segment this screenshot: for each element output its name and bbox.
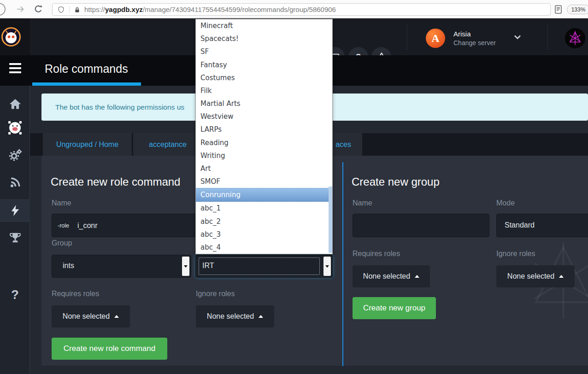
server-avatar: A	[426, 29, 445, 48]
chevron-down-icon	[514, 35, 521, 40]
app-logo-block[interactable]	[0, 18, 30, 55]
dropdown-option[interactable]: abc_2	[196, 215, 332, 228]
sidebar-item-core-settings[interactable]	[0, 144, 30, 166]
url-text: https://yagpdb.xyz/manage/74309411755445…	[84, 6, 336, 13]
home-icon	[9, 98, 22, 110]
dropdown-option[interactable]: Writing	[196, 149, 332, 162]
reload-button[interactable]	[33, 4, 43, 16]
tracking-shield-icon	[57, 6, 65, 14]
star-avatar-icon	[568, 31, 582, 46]
sidebar-item-tools-active[interactable]	[0, 199, 30, 222]
sidebar: ?	[0, 86, 30, 374]
tab-label: Ungrouped / Home	[56, 140, 118, 148]
name-label: Name	[52, 199, 71, 207]
sidebar-item-premium[interactable]	[0, 227, 30, 249]
url-domain: yagpdb.xyz	[105, 6, 143, 13]
server-switcher[interactable]: A Arisia Change server	[417, 18, 541, 55]
sidebar-item-help[interactable]: ?	[0, 284, 30, 306]
none-selected-label: None selected	[63, 312, 110, 321]
back-button[interactable]	[0, 3, 6, 16]
reader-mode-icon	[555, 5, 562, 14]
group-ignore-roles-label: Ignore roles	[496, 250, 535, 258]
requires-roles-dropdown[interactable]: None selected	[52, 305, 130, 327]
lightning-bolt-icon	[9, 204, 21, 217]
dropdown-option[interactable]: Martial Arts	[196, 97, 332, 110]
group-name-label: Name	[353, 199, 372, 207]
panel-divider	[342, 162, 343, 366]
ignore-roles-label: Ignore roles	[196, 290, 235, 298]
none-selected-label: None selected	[363, 272, 410, 280]
dropdown-option[interactable]: abc_4	[196, 241, 332, 254]
dropdown-option-selected[interactable]: Conrunning	[196, 188, 332, 202]
user-avatar[interactable]	[565, 28, 585, 48]
group-select[interactable]: ints	[52, 255, 191, 278]
dropdown-option[interactable]: Art	[196, 162, 332, 175]
browser-chrome: https://yagpdb.xyz/manage/74309411755445…	[0, 0, 588, 18]
lock-icon	[74, 6, 81, 13]
create-role-command-button[interactable]: Create new role command	[52, 338, 167, 360]
zoom-level-badge[interactable]: 133%	[567, 5, 588, 14]
sidebar-item-yagpdb[interactable]	[0, 117, 30, 139]
create-role-command-heading: Create new role command	[51, 175, 180, 188]
select-arrow	[182, 257, 189, 276]
alert-text: The bot has the following permissions us	[55, 103, 184, 111]
select-arrow	[323, 257, 331, 276]
server-avatar-letter: A	[431, 32, 439, 45]
group-select-2-value: IRT	[202, 262, 214, 270]
mode-label: Mode	[496, 199, 515, 207]
name-prefix: -role	[52, 222, 69, 229]
caret-up-icon	[259, 315, 263, 318]
tab-label: acceptance	[149, 140, 187, 148]
group-requires-roles-label: Requires roles	[353, 250, 400, 258]
tab-acceptance[interactable]: acceptance	[133, 133, 202, 156]
dropdown-option[interactable]: SMOF	[196, 175, 332, 188]
navbar-separator	[407, 24, 407, 50]
sidebar-toggle-button[interactable]	[9, 63, 21, 73]
group-name-input[interactable]	[353, 214, 489, 237]
group-select-value: ints	[63, 262, 74, 270]
ignore-roles-dropdown[interactable]: None selected	[196, 305, 274, 327]
trophy-icon	[9, 232, 22, 245]
focus-outline	[199, 257, 320, 275]
create-group-heading: Create new group	[352, 175, 440, 188]
hamburger-icon	[9, 63, 21, 65]
dropdown-scrollbar-thumb[interactable]	[329, 187, 332, 253]
group-requires-roles-dropdown[interactable]: None selected	[353, 265, 430, 287]
address-bar-separator	[69, 6, 70, 13]
tab-ungrouped-home[interactable]: Ungrouped / Home	[43, 133, 132, 156]
dropdown-option[interactable]: Costumes	[196, 71, 332, 84]
button-label: Create new group	[363, 304, 425, 313]
dropdown-option[interactable]: Filk	[196, 84, 332, 97]
group-select-popup: Minecraft Spacecats! SF Fantasy Costumes…	[195, 19, 333, 254]
dropdown-option[interactable]: Westview	[196, 110, 332, 123]
button-label: Create new role command	[64, 344, 155, 353]
address-bar[interactable]: https://yagpdb.xyz/manage/74309411755445…	[52, 3, 551, 16]
server-name: Arisia	[453, 30, 471, 38]
sidebar-item-feeds[interactable]	[0, 171, 30, 193]
name-value: i_conr	[69, 222, 98, 230]
mode-select[interactable]: Standard	[496, 214, 588, 237]
dropdown-option[interactable]: Spacecats!	[196, 32, 332, 45]
navbar-separator-2	[547, 24, 548, 50]
dropdown-option[interactable]: Reading	[196, 136, 332, 149]
zoom-level-text: 133%	[571, 6, 586, 13]
create-group-button[interactable]: Create new group	[353, 297, 436, 319]
dropdown-option[interactable]: LARPs	[196, 123, 332, 136]
dropdown-option[interactable]: abc_1	[196, 202, 332, 215]
help-icon: ?	[11, 288, 19, 302]
page-title: Role commands	[45, 62, 128, 76]
forward-button[interactable]	[16, 5, 26, 16]
mode-select-value: Standard	[505, 221, 535, 229]
tab-label: aces	[335, 140, 351, 148]
dropdown-option[interactable]: abc_3	[196, 228, 332, 241]
dropdown-option[interactable]: Fantasy	[196, 58, 332, 71]
group-select-2-open[interactable]: IRT	[195, 255, 333, 278]
group-ignore-roles-dropdown[interactable]: None selected	[496, 265, 575, 287]
sidebar-item-home[interactable]	[0, 93, 30, 115]
dropdown-option[interactable]: SF	[196, 45, 332, 58]
dropdown-option[interactable]: Minecraft	[196, 19, 332, 32]
url-protocol: https://	[84, 6, 105, 13]
gears-icon	[8, 148, 22, 162]
url-path: /manage/743094117554454599/rolecommands/…	[143, 6, 336, 13]
reader-mode-button[interactable]	[555, 5, 562, 16]
